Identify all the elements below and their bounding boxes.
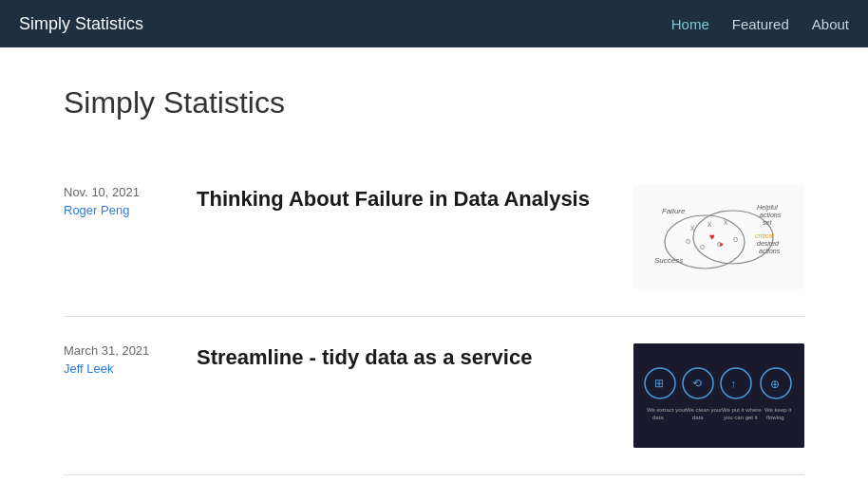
svg-text:●: ● [719,240,724,249]
svg-text:set: set [763,219,772,226]
svg-text:data: data [692,415,704,420]
svg-text:↑: ↑ [730,378,736,391]
nav-links: Home Featured About [671,16,849,32]
post-meta: Nov. 10, 2021 Roger Peng [64,185,178,217]
post-date: March 31, 2021 [64,343,178,358]
svg-text:flowing: flowing [766,415,784,420]
nav-home[interactable]: Home [671,16,709,32]
post-item: Nov. 24, 2020 Roger Peng The Four Jobs o… [64,475,804,481]
svg-text:actions: actions [759,248,781,254]
svg-text:We clean your: We clean your [686,407,722,413]
post-thumbnail: ⊞ We extract your data ⟲ We clean your d… [633,343,804,448]
svg-text:Failure: Failure [662,207,686,215]
post-title[interactable]: Streamline - tidy data as a service [197,343,614,373]
svg-text:⊕: ⊕ [770,378,780,391]
post-list: Nov. 10, 2021 Roger Peng Thinking About … [64,158,804,481]
post-author[interactable]: Roger Peng [64,203,178,217]
post-date: Nov. 10, 2021 [64,185,178,199]
main-content: Simply Statistics Nov. 10, 2021 Roger Pe… [45,47,823,481]
post-body: Thinking About Failure in Data Analysis [197,185,614,214]
svg-text:x: x [690,223,695,232]
svg-text:Success: Success [654,256,683,265]
svg-text:o: o [686,236,690,246]
svg-text:⟲: ⟲ [692,377,702,390]
main-nav: Simply Statistics Home Featured About [0,0,868,47]
post-body: Streamline - tidy data as a service [197,343,614,373]
svg-text:actions: actions [760,212,782,218]
svg-text:o: o [700,242,705,251]
svg-text:♥: ♥ [709,231,715,242]
svg-text:x: x [724,217,728,227]
site-brand[interactable]: Simply Statistics [19,14,143,34]
post-thumbnail: x x x o o o o ♥ ● Failure Helpful action… [633,185,804,289]
svg-text:data: data [652,415,664,420]
svg-text:We extract your: We extract your [647,407,687,413]
svg-text:Helpful: Helpful [757,204,778,212]
post-author[interactable]: Jeff Leek [64,361,178,376]
svg-rect-20 [633,343,804,448]
svg-text:you can get it: you can get it [724,415,758,420]
nav-featured[interactable]: Featured [732,16,789,32]
post-item: Nov. 10, 2021 Roger Peng Thinking About … [64,158,804,317]
post-meta: March 31, 2021 Jeff Leek [64,343,178,376]
page-title: Simply Statistics [64,85,804,120]
post-title[interactable]: Thinking About Failure in Data Analysis [197,185,614,214]
svg-text:o: o [733,234,738,244]
svg-text:⊞: ⊞ [654,377,664,390]
svg-text:desired: desired [757,240,780,247]
svg-text:We keep it: We keep it [764,407,792,413]
svg-text:x: x [708,219,712,229]
svg-text:We put it where: We put it where [722,407,762,413]
svg-text:critical: critical [755,232,774,239]
svg-rect-0 [633,185,804,289]
post-item: March 31, 2021 Jeff Leek Streamline - ti… [64,317,804,475]
nav-about[interactable]: About [812,16,849,32]
